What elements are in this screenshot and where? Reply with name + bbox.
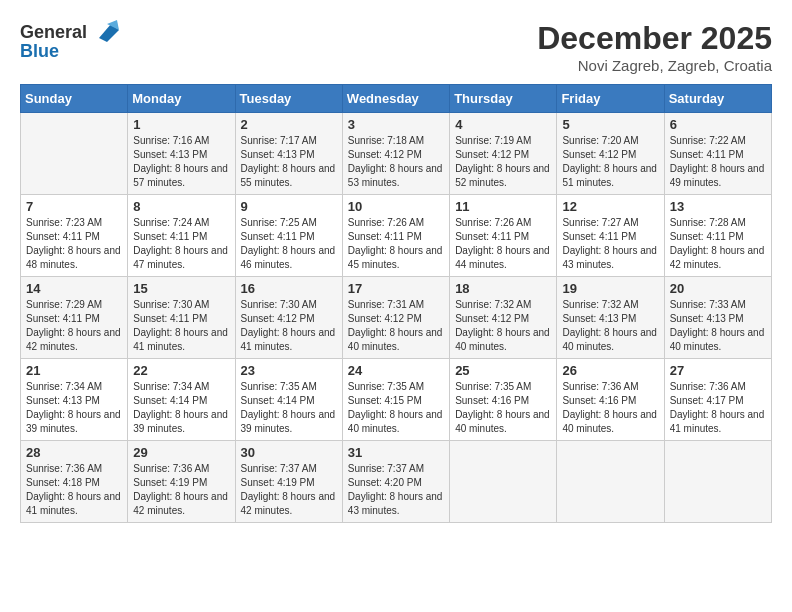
subtitle: Novi Zagreb, Zagreb, Croatia xyxy=(537,57,772,74)
cell-info: Sunrise: 7:19 AM Sunset: 4:12 PM Dayligh… xyxy=(455,134,551,190)
day-number: 13 xyxy=(670,199,766,214)
cell-info: Sunrise: 7:36 AM Sunset: 4:17 PM Dayligh… xyxy=(670,380,766,436)
calendar-cell: 7Sunrise: 7:23 AM Sunset: 4:11 PM Daylig… xyxy=(21,195,128,277)
day-number: 5 xyxy=(562,117,658,132)
calendar-cell: 31Sunrise: 7:37 AM Sunset: 4:20 PM Dayli… xyxy=(342,441,449,523)
calendar-cell xyxy=(450,441,557,523)
calendar-week-row: 7Sunrise: 7:23 AM Sunset: 4:11 PM Daylig… xyxy=(21,195,772,277)
cell-info: Sunrise: 7:37 AM Sunset: 4:19 PM Dayligh… xyxy=(241,462,337,518)
calendar-cell: 19Sunrise: 7:32 AM Sunset: 4:13 PM Dayli… xyxy=(557,277,664,359)
cell-info: Sunrise: 7:22 AM Sunset: 4:11 PM Dayligh… xyxy=(670,134,766,190)
calendar-table: SundayMondayTuesdayWednesdayThursdayFrid… xyxy=(20,84,772,523)
logo-general-text: General xyxy=(20,23,87,43)
day-number: 31 xyxy=(348,445,444,460)
day-number: 1 xyxy=(133,117,229,132)
day-number: 3 xyxy=(348,117,444,132)
day-number: 11 xyxy=(455,199,551,214)
logo-bird-icon xyxy=(89,20,119,46)
weekday-header-tuesday: Tuesday xyxy=(235,85,342,113)
calendar-cell: 16Sunrise: 7:30 AM Sunset: 4:12 PM Dayli… xyxy=(235,277,342,359)
calendar-cell: 28Sunrise: 7:36 AM Sunset: 4:18 PM Dayli… xyxy=(21,441,128,523)
cell-info: Sunrise: 7:36 AM Sunset: 4:18 PM Dayligh… xyxy=(26,462,122,518)
cell-info: Sunrise: 7:34 AM Sunset: 4:13 PM Dayligh… xyxy=(26,380,122,436)
cell-info: Sunrise: 7:26 AM Sunset: 4:11 PM Dayligh… xyxy=(455,216,551,272)
cell-info: Sunrise: 7:26 AM Sunset: 4:11 PM Dayligh… xyxy=(348,216,444,272)
calendar-cell: 21Sunrise: 7:34 AM Sunset: 4:13 PM Dayli… xyxy=(21,359,128,441)
day-number: 16 xyxy=(241,281,337,296)
weekday-header-thursday: Thursday xyxy=(450,85,557,113)
calendar-cell: 27Sunrise: 7:36 AM Sunset: 4:17 PM Dayli… xyxy=(664,359,771,441)
calendar-cell: 23Sunrise: 7:35 AM Sunset: 4:14 PM Dayli… xyxy=(235,359,342,441)
weekday-header-friday: Friday xyxy=(557,85,664,113)
weekday-header-sunday: Sunday xyxy=(21,85,128,113)
calendar-cell: 8Sunrise: 7:24 AM Sunset: 4:11 PM Daylig… xyxy=(128,195,235,277)
calendar-cell: 4Sunrise: 7:19 AM Sunset: 4:12 PM Daylig… xyxy=(450,113,557,195)
calendar-cell: 17Sunrise: 7:31 AM Sunset: 4:12 PM Dayli… xyxy=(342,277,449,359)
day-number: 17 xyxy=(348,281,444,296)
weekday-header-row: SundayMondayTuesdayWednesdayThursdayFrid… xyxy=(21,85,772,113)
day-number: 21 xyxy=(26,363,122,378)
cell-info: Sunrise: 7:37 AM Sunset: 4:20 PM Dayligh… xyxy=(348,462,444,518)
calendar-cell: 30Sunrise: 7:37 AM Sunset: 4:19 PM Dayli… xyxy=(235,441,342,523)
calendar-cell: 1Sunrise: 7:16 AM Sunset: 4:13 PM Daylig… xyxy=(128,113,235,195)
day-number: 26 xyxy=(562,363,658,378)
cell-info: Sunrise: 7:32 AM Sunset: 4:12 PM Dayligh… xyxy=(455,298,551,354)
weekday-header-wednesday: Wednesday xyxy=(342,85,449,113)
calendar-cell xyxy=(557,441,664,523)
cell-info: Sunrise: 7:30 AM Sunset: 4:11 PM Dayligh… xyxy=(133,298,229,354)
day-number: 10 xyxy=(348,199,444,214)
calendar-cell: 22Sunrise: 7:34 AM Sunset: 4:14 PM Dayli… xyxy=(128,359,235,441)
calendar-cell: 2Sunrise: 7:17 AM Sunset: 4:13 PM Daylig… xyxy=(235,113,342,195)
page-header: General Blue December 2025 Novi Zagreb, … xyxy=(20,20,772,74)
day-number: 18 xyxy=(455,281,551,296)
cell-info: Sunrise: 7:30 AM Sunset: 4:12 PM Dayligh… xyxy=(241,298,337,354)
calendar-cell: 18Sunrise: 7:32 AM Sunset: 4:12 PM Dayli… xyxy=(450,277,557,359)
calendar-cell: 10Sunrise: 7:26 AM Sunset: 4:11 PM Dayli… xyxy=(342,195,449,277)
cell-info: Sunrise: 7:28 AM Sunset: 4:11 PM Dayligh… xyxy=(670,216,766,272)
title-block: December 2025 Novi Zagreb, Zagreb, Croat… xyxy=(537,20,772,74)
day-number: 9 xyxy=(241,199,337,214)
calendar-cell xyxy=(664,441,771,523)
cell-info: Sunrise: 7:35 AM Sunset: 4:16 PM Dayligh… xyxy=(455,380,551,436)
cell-info: Sunrise: 7:31 AM Sunset: 4:12 PM Dayligh… xyxy=(348,298,444,354)
calendar-week-row: 1Sunrise: 7:16 AM Sunset: 4:13 PM Daylig… xyxy=(21,113,772,195)
day-number: 12 xyxy=(562,199,658,214)
cell-info: Sunrise: 7:29 AM Sunset: 4:11 PM Dayligh… xyxy=(26,298,122,354)
day-number: 15 xyxy=(133,281,229,296)
calendar-cell: 25Sunrise: 7:35 AM Sunset: 4:16 PM Dayli… xyxy=(450,359,557,441)
day-number: 22 xyxy=(133,363,229,378)
day-number: 19 xyxy=(562,281,658,296)
cell-info: Sunrise: 7:24 AM Sunset: 4:11 PM Dayligh… xyxy=(133,216,229,272)
day-number: 25 xyxy=(455,363,551,378)
calendar-cell: 24Sunrise: 7:35 AM Sunset: 4:15 PM Dayli… xyxy=(342,359,449,441)
cell-info: Sunrise: 7:36 AM Sunset: 4:16 PM Dayligh… xyxy=(562,380,658,436)
weekday-header-saturday: Saturday xyxy=(664,85,771,113)
calendar-week-row: 21Sunrise: 7:34 AM Sunset: 4:13 PM Dayli… xyxy=(21,359,772,441)
cell-info: Sunrise: 7:35 AM Sunset: 4:14 PM Dayligh… xyxy=(241,380,337,436)
cell-info: Sunrise: 7:33 AM Sunset: 4:13 PM Dayligh… xyxy=(670,298,766,354)
cell-info: Sunrise: 7:36 AM Sunset: 4:19 PM Dayligh… xyxy=(133,462,229,518)
cell-info: Sunrise: 7:34 AM Sunset: 4:14 PM Dayligh… xyxy=(133,380,229,436)
cell-info: Sunrise: 7:32 AM Sunset: 4:13 PM Dayligh… xyxy=(562,298,658,354)
calendar-cell: 13Sunrise: 7:28 AM Sunset: 4:11 PM Dayli… xyxy=(664,195,771,277)
cell-info: Sunrise: 7:16 AM Sunset: 4:13 PM Dayligh… xyxy=(133,134,229,190)
calendar-cell: 9Sunrise: 7:25 AM Sunset: 4:11 PM Daylig… xyxy=(235,195,342,277)
day-number: 8 xyxy=(133,199,229,214)
cell-info: Sunrise: 7:23 AM Sunset: 4:11 PM Dayligh… xyxy=(26,216,122,272)
cell-info: Sunrise: 7:18 AM Sunset: 4:12 PM Dayligh… xyxy=(348,134,444,190)
calendar-cell: 11Sunrise: 7:26 AM Sunset: 4:11 PM Dayli… xyxy=(450,195,557,277)
day-number: 7 xyxy=(26,199,122,214)
calendar-cell xyxy=(21,113,128,195)
day-number: 14 xyxy=(26,281,122,296)
day-number: 23 xyxy=(241,363,337,378)
day-number: 4 xyxy=(455,117,551,132)
weekday-header-monday: Monday xyxy=(128,85,235,113)
calendar-cell: 5Sunrise: 7:20 AM Sunset: 4:12 PM Daylig… xyxy=(557,113,664,195)
calendar-week-row: 14Sunrise: 7:29 AM Sunset: 4:11 PM Dayli… xyxy=(21,277,772,359)
day-number: 28 xyxy=(26,445,122,460)
day-number: 29 xyxy=(133,445,229,460)
cell-info: Sunrise: 7:20 AM Sunset: 4:12 PM Dayligh… xyxy=(562,134,658,190)
calendar-cell: 29Sunrise: 7:36 AM Sunset: 4:19 PM Dayli… xyxy=(128,441,235,523)
logo: General Blue xyxy=(20,20,119,62)
day-number: 6 xyxy=(670,117,766,132)
